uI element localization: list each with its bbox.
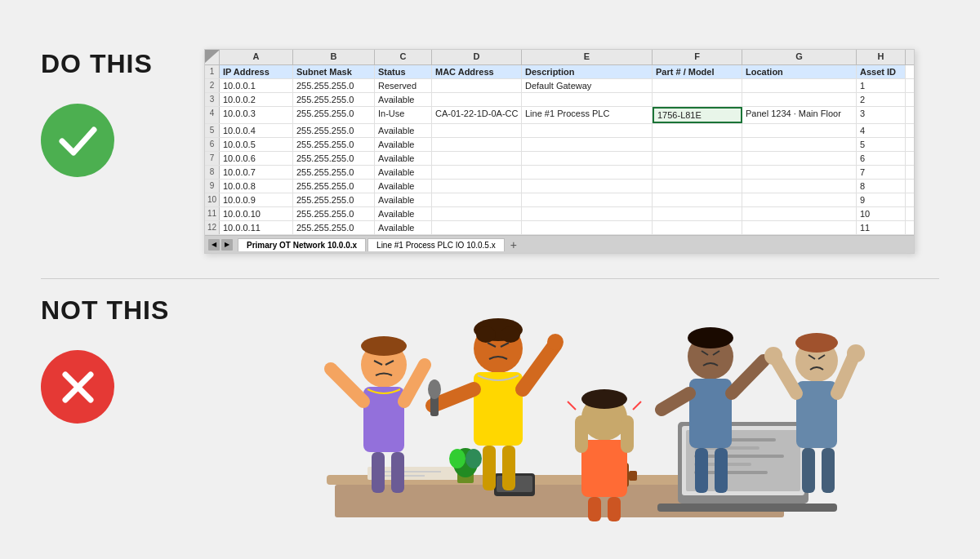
svg-rect-45 — [581, 440, 627, 497]
tab-primary-ot[interactable]: Primary OT Network 10.0.0.x — [238, 238, 366, 251]
cell-part — [653, 180, 742, 193]
svg-point-44 — [581, 389, 627, 409]
top-section: DO THIS A B C D E F G H 1 IP Address Sub… — [0, 0, 980, 278]
row-number: 12 — [205, 221, 220, 234]
svg-rect-28 — [363, 387, 404, 452]
cell-mac — [432, 193, 522, 206]
tab-prev-arrow[interactable]: ◀ — [208, 239, 220, 251]
cell-subnet: 255.255.255.0 — [293, 180, 375, 193]
cell-location — [742, 221, 857, 234]
cell-asset: 2 — [857, 93, 906, 106]
table-row: 7 10.0.0.6 255.255.255.0 Available 6 — [205, 152, 914, 166]
table-row: 8 10.0.0.7 255.255.255.0 Available 7 — [205, 166, 914, 180]
cell-desc — [522, 180, 653, 193]
svg-point-40 — [547, 334, 564, 350]
col-header-a[interactable]: A — [220, 50, 293, 64]
cell-ip: 10.0.0.2 — [220, 93, 293, 106]
header-mac: MAC Address — [432, 65, 522, 78]
cell-ip: 10.0.0.11 — [220, 221, 293, 234]
not-this-area: NOT THIS — [41, 295, 172, 424]
cell-desc — [522, 166, 653, 179]
table-row: 9 10.0.0.8 255.255.255.0 Available 8 — [205, 180, 914, 193]
cell-ip: 10.0.0.8 — [220, 180, 293, 193]
check-icon — [41, 104, 114, 177]
col-header-g[interactable]: G — [742, 50, 857, 64]
header-desc: Description — [522, 65, 653, 78]
cell-status: Available — [375, 93, 432, 106]
header-asset: Asset ID — [857, 65, 906, 78]
cell-asset: 7 — [857, 166, 906, 179]
table-row: 11 10.0.0.10 255.255.255.0 Available 10 — [205, 207, 914, 221]
col-header-b[interactable]: B — [293, 50, 375, 64]
table-row: 1 IP Address Subnet Mask Status MAC Addr… — [205, 65, 914, 79]
cell-ip: 10.0.0.9 — [220, 193, 293, 206]
cell-desc — [522, 193, 653, 206]
cell-asset: 4 — [857, 124, 906, 137]
cell-asset: 8 — [857, 180, 906, 193]
row-number: 2 — [205, 79, 220, 92]
not-this-label: NOT THIS — [41, 295, 169, 326]
cell-mac — [432, 124, 522, 137]
cell-mac — [432, 180, 522, 193]
cell-status: Available — [375, 152, 432, 165]
svg-rect-72 — [588, 497, 601, 521]
svg-rect-77 — [822, 448, 835, 493]
cell-mac — [432, 138, 522, 151]
cell-status: Available — [375, 221, 432, 234]
svg-point-27 — [361, 336, 407, 356]
svg-marker-0 — [205, 50, 220, 63]
cell-asset: 1 — [857, 79, 906, 92]
svg-rect-76 — [802, 448, 815, 493]
tab-next-arrow[interactable]: ▶ — [221, 239, 233, 251]
table-row: 5 10.0.0.4 255.255.255.0 Available 4 — [205, 124, 914, 138]
cell-location — [742, 193, 857, 206]
col-header-f[interactable]: F — [653, 50, 742, 64]
table-row: 6 10.0.0.5 255.255.255.0 Available 5 — [205, 138, 914, 152]
col-header-e[interactable]: E — [522, 50, 653, 64]
cell-mac — [432, 93, 522, 106]
cell-ip: 10.0.0.6 — [220, 152, 293, 165]
svg-rect-70 — [483, 446, 496, 490]
col-header-c[interactable]: C — [375, 50, 432, 64]
cell-subnet: 255.255.255.0 — [293, 93, 375, 106]
col-header-d[interactable]: D — [432, 50, 522, 64]
cell-mac — [432, 207, 522, 220]
svg-point-51 — [688, 327, 733, 348]
cell-subnet: 255.255.255.0 — [293, 152, 375, 165]
cell-asset: 11 — [857, 221, 906, 234]
svg-point-23 — [466, 449, 482, 468]
cell-mac — [432, 166, 522, 179]
x-icon — [41, 350, 114, 424]
col-header-h[interactable]: H — [857, 50, 906, 64]
cell-location: Panel 1234 · Main Floor — [742, 107, 857, 123]
tab-line1-plc[interactable]: Line #1 Process PLC IO 10.0.5.x — [368, 238, 505, 251]
cell-part — [653, 93, 742, 106]
cell-status: In-Use — [375, 107, 432, 123]
row-number: 9 — [205, 180, 220, 193]
cell-subnet: 255.255.255.0 — [293, 138, 375, 151]
row-number: 7 — [205, 152, 220, 165]
cell-location — [742, 152, 857, 165]
cell-desc: Default Gateway — [522, 79, 653, 92]
header-subnet: Subnet Mask — [293, 65, 375, 78]
cell-status: Reserved — [375, 79, 432, 92]
svg-rect-52 — [689, 379, 732, 448]
svg-point-36 — [501, 326, 520, 343]
cell-desc — [522, 152, 653, 165]
row-num-header — [205, 50, 220, 64]
cell-status: Available — [375, 138, 432, 151]
svg-rect-15 — [376, 471, 441, 472]
row-number: 8 — [205, 166, 220, 179]
cell-asset: 5 — [857, 138, 906, 151]
cell-asset: 6 — [857, 152, 906, 165]
svg-line-29 — [331, 369, 363, 402]
svg-line-30 — [404, 365, 425, 402]
tab-add-button[interactable]: + — [506, 237, 521, 252]
cell-desc: Line #1 Process PLC — [522, 107, 653, 123]
svg-rect-71 — [502, 446, 515, 490]
cell-ip: 10.0.0.5 — [220, 138, 293, 151]
svg-line-39 — [523, 344, 555, 389]
cell-location — [742, 166, 857, 179]
cell-desc — [522, 207, 653, 220]
row-number: 10 — [205, 193, 220, 206]
